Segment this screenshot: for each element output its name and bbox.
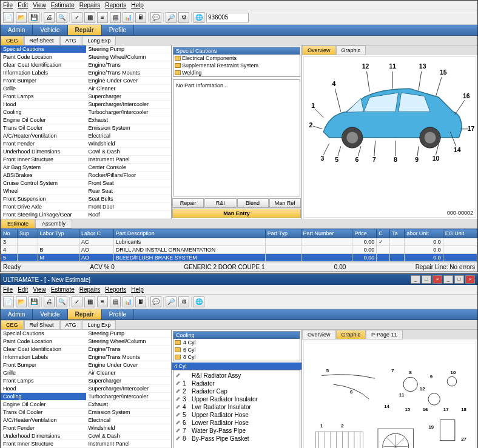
print-icon[interactable]: 🖨 xyxy=(44,12,55,23)
category-item[interactable]: Emission System xyxy=(86,124,172,132)
category-item[interactable]: Engine/Trans xyxy=(86,346,172,353)
category-item[interactable]: Trans Oil Cooler xyxy=(1,124,86,132)
est-col-header[interactable]: EG Unit xyxy=(443,229,477,238)
caution-item[interactable]: Supplemental Restraint System xyxy=(173,62,300,69)
part-item[interactable]: 3Upper Radiator Insulator xyxy=(175,395,298,403)
subtab-atg[interactable]: ATG xyxy=(60,36,82,45)
category-item[interactable]: Paint Code Location xyxy=(1,338,86,346)
open-icon[interactable]: 📂 xyxy=(16,296,27,307)
cyl-item[interactable]: 6 Cyl xyxy=(173,346,300,353)
spell-icon[interactable]: ✓ xyxy=(72,12,82,23)
close-icon[interactable]: × xyxy=(433,275,442,284)
subtab-atg[interactable]: ATG xyxy=(60,320,82,329)
category-item[interactable]: Air Cleaner xyxy=(86,85,172,93)
category-item[interactable]: Instrument Panel xyxy=(86,156,172,164)
comment-icon[interactable]: 💬 xyxy=(150,12,161,23)
part-item[interactable]: 5Upper Radiator Hose xyxy=(175,411,298,419)
category-item[interactable]: Cooling xyxy=(1,393,86,401)
search-input[interactable] xyxy=(206,13,249,22)
category-item[interactable]: Turbocharger/Intercooler xyxy=(86,393,172,401)
category-item[interactable]: Rear Seat xyxy=(86,187,172,195)
category-item[interactable]: Front Seat xyxy=(86,179,172,187)
settings-icon[interactable]: ⚙ xyxy=(178,12,189,23)
subtab-ceg[interactable]: CEG xyxy=(1,36,24,45)
est-col-header[interactable]: Labor Typ xyxy=(38,229,79,238)
category-item[interactable]: Grille xyxy=(1,85,86,93)
category-item[interactable]: Windshield xyxy=(86,424,172,432)
category-item[interactable]: Supercharger xyxy=(86,377,172,385)
est-col-header[interactable]: C xyxy=(377,229,390,238)
category-item[interactable]: A/C/Heater/Ventilation xyxy=(1,132,86,140)
menu-reports[interactable]: Reports xyxy=(105,286,126,293)
category-item[interactable]: A/C/Heater/Ventilation xyxy=(1,416,86,424)
menu-reports[interactable]: Reports xyxy=(105,2,126,8)
category-item[interactable]: Front Inner Structure xyxy=(1,156,86,164)
category-item[interactable]: Turbocharger/Intercooler xyxy=(86,109,172,116)
category-item[interactable]: Trans Oil Cooler xyxy=(1,409,86,416)
category-item[interactable]: Emission System xyxy=(86,409,172,416)
est-col-header[interactable]: Part Typ xyxy=(265,229,301,238)
grid-icon[interactable]: ▤ xyxy=(110,12,121,23)
new-icon[interactable]: 📄 xyxy=(3,296,14,307)
network-icon[interactable]: 🌐 xyxy=(194,12,204,23)
subtab-longexp[interactable]: Long Exp xyxy=(82,320,116,329)
category-item[interactable]: Engine/Trans Mounts xyxy=(86,69,172,77)
category-item[interactable]: Cowl & Dash xyxy=(86,148,172,156)
table-row[interactable]: 4BAODRILL AND INSTALL ORNAMENTATION0.000… xyxy=(1,246,477,254)
table-icon[interactable]: ▦ xyxy=(84,12,95,23)
menu-file[interactable]: File xyxy=(3,2,13,8)
category-item[interactable]: Front Steering Linkage/Gear xyxy=(1,211,86,219)
category-item[interactable]: Front Bumper xyxy=(1,361,86,369)
est-col-header[interactable]: No xyxy=(1,229,18,238)
tab-vehicle[interactable]: Vehicle xyxy=(33,309,67,319)
spell-icon[interactable]: ✓ xyxy=(72,296,82,307)
part-item[interactable]: 2Radiator Cap xyxy=(175,387,298,395)
category-item[interactable]: ABS/Brakes xyxy=(1,172,86,179)
close2-icon[interactable]: × xyxy=(465,275,475,284)
category-item[interactable]: Front Bumper xyxy=(1,77,86,85)
tab-admin[interactable]: Admin xyxy=(1,25,33,35)
category-item[interactable]: Air Bag System xyxy=(1,164,86,172)
menu-repairs[interactable]: Repairs xyxy=(79,2,100,8)
manref-button[interactable]: Man Ref xyxy=(269,198,301,208)
category-item[interactable]: Information Labels xyxy=(1,69,86,77)
part-item[interactable]: 8By-Pass Pipe Gasket xyxy=(175,435,298,443)
category-item[interactable]: Center Console xyxy=(86,164,172,172)
category-item[interactable]: Underhood Dimensions xyxy=(1,432,86,440)
righttab-graphic[interactable]: Graphic xyxy=(336,330,366,339)
cyl-item[interactable]: 8 Cyl xyxy=(173,353,300,361)
category-item[interactable]: Steering Wheel/Column xyxy=(86,53,172,61)
chart-icon[interactable]: 📊 xyxy=(123,12,133,23)
menu-repairs[interactable]: Repairs xyxy=(79,286,100,293)
list-icon[interactable]: ≡ xyxy=(97,12,108,23)
settings-icon[interactable]: ⚙ xyxy=(178,296,189,307)
manentry-button[interactable]: Man Entry xyxy=(172,209,301,218)
category-item[interactable]: Exhaust xyxy=(86,116,172,124)
calc-icon[interactable]: 🖩 xyxy=(135,296,146,307)
part-item[interactable]: 1Radiator xyxy=(175,379,298,387)
category-item[interactable]: Cooling xyxy=(1,109,86,116)
table-icon[interactable]: ▦ xyxy=(84,296,95,307)
category-item[interactable]: Special Cautions xyxy=(1,45,86,53)
righttab-overview[interactable]: Overview xyxy=(302,45,336,55)
list-icon[interactable]: ≡ xyxy=(97,296,108,307)
repair-button[interactable]: Repair xyxy=(172,198,204,208)
minimize-icon[interactable]: _ xyxy=(411,275,420,284)
part-item[interactable]: 7Water By-Pass Pipe xyxy=(175,427,298,435)
calc-icon[interactable]: 🖩 xyxy=(135,12,146,23)
righttab-overview[interactable]: Overview xyxy=(302,330,336,339)
category-item[interactable]: Hood xyxy=(1,101,86,109)
save-icon[interactable]: 💾 xyxy=(29,296,39,307)
category-item[interactable]: Clear Coat Identification xyxy=(1,346,86,353)
est-col-header[interactable]: abor Unit xyxy=(405,229,443,238)
category-item[interactable]: Exhaust xyxy=(86,401,172,409)
tab-repair[interactable]: Repair xyxy=(68,25,102,35)
tab-repair[interactable]: Repair xyxy=(68,309,102,319)
grid-icon[interactable]: ▤ xyxy=(110,296,121,307)
category-item[interactable]: Steering Pump xyxy=(86,330,172,338)
category-item[interactable]: Supercharger/Intercooler xyxy=(86,101,172,109)
est-col-header[interactable]: Price xyxy=(352,229,377,238)
part-item[interactable]: 4Lwr Radiator Insulator xyxy=(175,403,298,411)
category-item[interactable]: Front Inner Structure xyxy=(1,440,86,448)
maximize-icon[interactable]: □ xyxy=(422,275,431,284)
